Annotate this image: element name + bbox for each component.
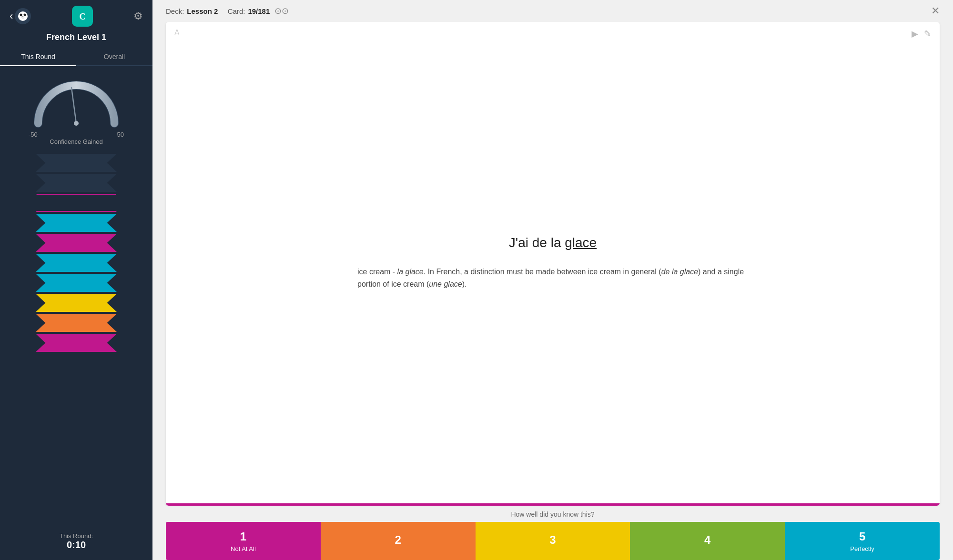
chevron-5 [36, 234, 117, 252]
settings-button[interactable]: ⚙ [133, 10, 143, 22]
tab-row: This Round Overall [0, 48, 152, 66]
panda-logo [18, 11, 28, 21]
logo-icon: C [76, 10, 89, 23]
card-wrapper: A ▶ ✎ J'ai de la glace ice cream - la gl… [152, 22, 953, 506]
chevron-9 [36, 314, 117, 332]
card-main-text: J'ai de la glace [509, 235, 597, 250]
rating-question: How well did you know this? [166, 510, 940, 518]
card-text-before: J'ai de la [509, 235, 565, 250]
infinity-icon: ⊙⊙ [274, 6, 289, 16]
timer-value: 0:10 [60, 540, 93, 550]
chevron-2 [36, 174, 117, 192]
svg-point-1 [20, 14, 22, 16]
rating-4-button[interactable]: 4 [630, 522, 785, 560]
rating-1-button[interactable]: 1 Not At All [166, 522, 321, 560]
svg-line-7 [71, 88, 76, 123]
card-body: J'ai de la glace ice cream - la glace. I… [166, 22, 940, 503]
chevron-8 [36, 294, 117, 312]
chevrons-area [0, 153, 152, 525]
play-button[interactable]: ▶ [912, 29, 918, 39]
rating-5-label: Perfectly [850, 545, 874, 552]
rating-2-button[interactable]: 2 [321, 522, 476, 560]
deck-label: Deck: [166, 7, 184, 15]
card-number: 19/181 [248, 7, 270, 15]
card-actions: ▶ ✎ [912, 29, 931, 39]
confidence-label: Confidence Gained [50, 138, 102, 145]
chevron-10 [36, 334, 117, 352]
card-text-underline: glace [565, 235, 597, 250]
chevron-6 [36, 254, 117, 272]
card-corner-label: A [174, 29, 180, 37]
svg-text:C: C [79, 12, 85, 21]
svg-point-4 [22, 16, 23, 17]
back-button[interactable]: ‹ [10, 8, 31, 24]
rating-2-number: 2 [395, 533, 401, 547]
rating-4-number: 4 [704, 533, 710, 547]
rating-3-button[interactable]: 3 [476, 522, 630, 560]
app-logo: C [72, 6, 93, 27]
rating-5-button[interactable]: 5 Perfectly [785, 522, 940, 560]
rating-1-number: 1 [240, 530, 246, 543]
rating-3-number: 3 [549, 533, 556, 547]
tab-overall[interactable]: Overall [76, 48, 152, 65]
flash-card: A ▶ ✎ J'ai de la glace ice cream - la gl… [166, 22, 940, 506]
top-bar: Deck: Lesson 2 Card: 19/181 ⊙⊙ ✕ [152, 0, 953, 22]
confidence-gauge [29, 76, 124, 128]
rating-buttons: 1 Not At All 2 3 4 5 Perfectly [166, 522, 940, 560]
sidebar: ‹ C ⚙ French Level 1 This Round [0, 0, 152, 560]
tab-this-round[interactable]: This Round [0, 48, 76, 65]
back-icon: ‹ [10, 10, 13, 22]
edit-button[interactable]: ✎ [924, 29, 931, 39]
deck-name: Lesson 2 [187, 7, 218, 15]
deck-title: French Level 1 [46, 32, 106, 42]
gauge-labels: -50 50 [29, 131, 124, 138]
svg-point-8 [74, 121, 79, 126]
sidebar-top-row: ‹ C ⚙ [0, 0, 152, 32]
close-button[interactable]: ✕ [931, 6, 940, 16]
card-sub-text: ice cream - la glace. In French, a disti… [357, 266, 748, 290]
card-bottom-bar [166, 503, 940, 506]
timer-label: This Round: [60, 532, 93, 540]
chevron-4 [36, 214, 117, 232]
timer-area: This Round: 0:10 [60, 525, 93, 560]
chevron-1 [36, 154, 117, 172]
deck-info: Deck: Lesson 2 Card: 19/181 ⊙⊙ [166, 6, 289, 16]
chevron-3 [36, 194, 117, 212]
svg-point-2 [24, 14, 26, 16]
rating-section: How well did you know this? 1 Not At All… [152, 506, 953, 560]
card-label: Card: [228, 7, 245, 15]
main-content: Deck: Lesson 2 Card: 19/181 ⊙⊙ ✕ A ▶ ✎ J… [152, 0, 953, 560]
chevron-7 [36, 274, 117, 292]
rating-1-label: Not At All [231, 545, 256, 552]
rating-5-number: 5 [859, 530, 865, 543]
